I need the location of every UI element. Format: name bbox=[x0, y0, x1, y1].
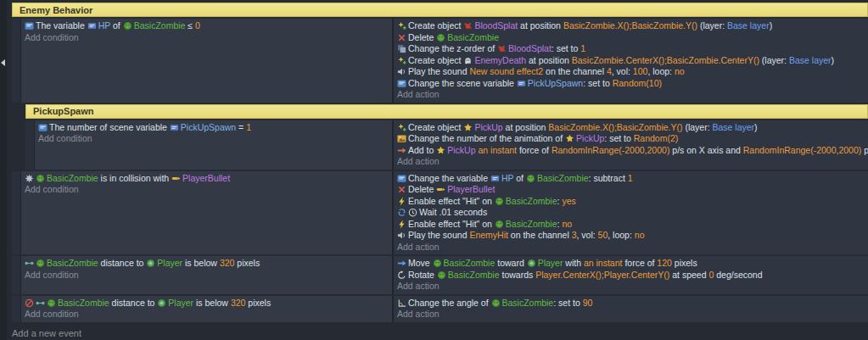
action-line[interactable]: Delete BasicZombie bbox=[394, 32, 868, 44]
action-line[interactable]: Change the z-order of BloodSplat: set to… bbox=[394, 43, 868, 55]
action-line[interactable]: Enable effect "Hit" on BasicZombie: yes bbox=[394, 196, 868, 208]
text-segment: deg/second bbox=[714, 270, 762, 280]
text-segment: BasicZombie bbox=[506, 219, 557, 229]
action-line[interactable]: Wait .01 seconds bbox=[394, 207, 868, 219]
text-segment: Player bbox=[538, 258, 563, 268]
add-action-link[interactable]: Add action bbox=[394, 89, 868, 101]
zombie-thumb bbox=[437, 270, 447, 280]
action-line[interactable]: Change the scene variable PickUpSpawn: s… bbox=[394, 78, 868, 90]
text-segment: an instant bbox=[478, 145, 517, 155]
text-segment: PickUp bbox=[474, 122, 502, 132]
text-segment: (layer: bbox=[697, 20, 727, 31]
add-condition-link[interactable]: Add condition bbox=[21, 270, 392, 281]
event-group-header[interactable]: PickupSpawn bbox=[25, 104, 868, 119]
text-segment: RandomInRange(-2000,2000) bbox=[552, 145, 670, 155]
text-segment: no bbox=[562, 219, 572, 229]
variable-icon bbox=[38, 123, 48, 132]
async-icon bbox=[397, 208, 407, 217]
add-action-link[interactable]: Add action bbox=[394, 242, 868, 254]
zombie-thumb bbox=[433, 259, 443, 268]
text-segment: 1 bbox=[580, 43, 585, 53]
text-segment: Enable effect bbox=[408, 196, 462, 206]
action-line[interactable]: Move BasicZombie toward Player with an i… bbox=[394, 258, 868, 270]
action-line[interactable]: Create object PickUp at position BasicZo… bbox=[394, 122, 868, 134]
text-segment: ) bbox=[754, 122, 758, 132]
invert-icon bbox=[25, 298, 35, 308]
text-segment: BasicZombie bbox=[502, 298, 554, 308]
text-segment: Create object bbox=[408, 55, 463, 65]
conditions-cell: BasicZombie distance to Player is below … bbox=[21, 296, 392, 322]
add-condition-link[interactable]: Add condition bbox=[21, 309, 392, 320]
add-action-link-label: Add action bbox=[397, 89, 440, 99]
sound-icon bbox=[397, 67, 407, 76]
event-drag-handle[interactable] bbox=[25, 120, 35, 170]
event-drag-handle[interactable] bbox=[12, 256, 21, 294]
text-segment: seconds bbox=[451, 207, 487, 217]
text-segment: EnemyHit bbox=[469, 230, 508, 240]
text-segment: force of bbox=[517, 145, 552, 155]
action-line[interactable]: Create object EnemyDeath at position Bas… bbox=[394, 55, 868, 67]
var-chip-icon bbox=[87, 21, 98, 31]
add-condition-link[interactable]: Add condition bbox=[21, 184, 392, 196]
sound-icon bbox=[397, 231, 407, 240]
add-action-link[interactable]: Add action bbox=[394, 156, 868, 168]
action-line[interactable]: Play the sound New sound effect2 on the … bbox=[394, 66, 868, 78]
text-segment: ≤ bbox=[185, 20, 195, 31]
text-segment: : set to bbox=[552, 43, 580, 53]
add-condition-link[interactable]: Add condition bbox=[35, 133, 392, 145]
text-segment: (layer: bbox=[759, 55, 789, 65]
action-line[interactable]: Rotate BasicZombie towards Player.Center… bbox=[394, 270, 868, 281]
text-segment: , loop: bbox=[608, 230, 635, 240]
event-drag-handle[interactable] bbox=[12, 19, 21, 103]
add-condition-link-label: Add condition bbox=[25, 309, 79, 319]
text-segment: The variable bbox=[36, 20, 87, 31]
condition-line[interactable]: The variable HP of BasicZombie ≤ 0 bbox=[21, 20, 392, 32]
action-line[interactable]: Enable effect "Hit" on BasicZombie: no bbox=[394, 219, 868, 231]
text-segment: 320 bbox=[231, 298, 246, 308]
event-drag-handle[interactable] bbox=[12, 171, 21, 255]
add-condition-link[interactable]: Add condition bbox=[21, 32, 392, 44]
condition-line[interactable]: The number of scene variable PickUpSpawn… bbox=[35, 122, 392, 134]
event-drag-handle[interactable] bbox=[12, 296, 21, 322]
text-segment: : set to bbox=[553, 298, 582, 308]
text-segment: is below bbox=[193, 298, 231, 308]
condition-line[interactable]: BasicZombie distance to Player is below … bbox=[21, 298, 392, 309]
action-line[interactable]: Add to PickUp an instant force of Random… bbox=[394, 145, 868, 157]
events-list: Enemy BehaviorThe variable HP of BasicZo… bbox=[7, 3, 868, 322]
text-segment: BloodSplat bbox=[508, 43, 552, 53]
event-group-header[interactable]: Enemy Behavior bbox=[12, 3, 868, 17]
action-line[interactable]: Create object BloodSplat at position Bas… bbox=[394, 20, 868, 32]
player-thumb bbox=[146, 259, 156, 268]
action-line[interactable]: Change the number of the animation of Pi… bbox=[394, 133, 868, 145]
pickup-thumb bbox=[463, 123, 473, 132]
zombie-thumb bbox=[495, 220, 505, 229]
text-segment: at position bbox=[503, 122, 549, 132]
text-segment: Change the variable bbox=[408, 173, 490, 183]
add-action-link[interactable]: Add action bbox=[394, 281, 868, 293]
action-line[interactable]: Change the angle of BasicZombie: set to … bbox=[394, 298, 868, 309]
action-line[interactable]: Change the variable HP of BasicZombie: s… bbox=[394, 173, 868, 185]
text-segment: BasicZombie bbox=[47, 173, 98, 183]
action-line[interactable]: Play the sound EnemyHit on the channel 3… bbox=[394, 230, 868, 242]
effect-icon bbox=[397, 220, 407, 229]
text-segment: Play the sound bbox=[408, 230, 469, 240]
actions-cell: Change the variable HP of BasicZombie: s… bbox=[392, 171, 868, 255]
event: BasicZombie distance to Player is below … bbox=[12, 256, 868, 294]
add-new-event-link[interactable]: Add a new event bbox=[12, 328, 868, 338]
action-line[interactable]: Delete PlayerBullet bbox=[394, 184, 868, 196]
condition-line[interactable]: BasicZombie distance to Player is below … bbox=[21, 258, 392, 270]
text-segment: .01 bbox=[440, 207, 452, 217]
text-segment: Add to bbox=[408, 145, 436, 155]
actions-cell: Create object PickUp at position BasicZo… bbox=[392, 120, 868, 170]
zombie-thumb bbox=[436, 33, 446, 42]
text-segment: BasicZombie bbox=[506, 196, 557, 206]
text-segment: HP bbox=[501, 173, 513, 183]
collapse-arrow-icon[interactable] bbox=[1, 59, 5, 66]
text-segment: no bbox=[675, 66, 685, 76]
distance-icon bbox=[25, 259, 35, 268]
text-segment: Move bbox=[408, 258, 433, 268]
add-action-link-label: Add action bbox=[397, 309, 440, 319]
condition-line[interactable]: BasicZombie is in collision with PlayerB… bbox=[21, 173, 392, 185]
add-action-link[interactable]: Add action bbox=[394, 309, 868, 320]
add-condition-link-label: Add condition bbox=[25, 270, 79, 280]
